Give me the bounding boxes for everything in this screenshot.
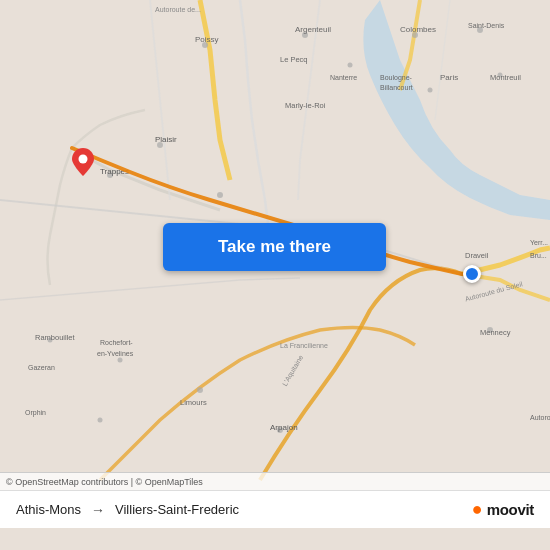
svg-text:Bru...: Bru... [530,252,547,259]
osm-attribution: © OpenStreetMap contributors [6,477,128,487]
svg-text:L'Aquitaine: L'Aquitaine [281,354,305,388]
origin-label: Athis-Mons [16,502,81,517]
omt-attribution: © OpenMapTiles [136,477,203,487]
svg-text:Mennecy: Mennecy [480,328,511,337]
svg-text:Orphin: Orphin [25,409,46,417]
destination-label: Villiers-Saint-Frederic [115,502,239,517]
moovit-logo: ● moovit [472,499,534,520]
svg-text:La Francilienne: La Francilienne [280,342,328,349]
svg-text:Plaisir: Plaisir [155,135,177,144]
svg-text:Nanterre: Nanterre [330,74,357,81]
moovit-brand-name: moovit [487,501,534,518]
svg-text:Arpajon: Arpajon [270,423,298,432]
take-me-there-button[interactable]: Take me there [163,223,386,271]
svg-text:Marly-le-Roi: Marly-le-Roi [285,101,326,110]
svg-text:Gazeran: Gazeran [28,364,55,371]
svg-point-11 [118,358,123,363]
svg-text:en-Yvelines: en-Yvelines [97,350,134,357]
svg-text:Autoroute du Soleil: Autoroute du Soleil [464,280,523,302]
svg-point-9 [217,192,223,198]
svg-text:Saint-Denis: Saint-Denis [468,22,505,29]
svg-text:Poissy: Poissy [195,35,219,44]
svg-text:Rambouillet: Rambouillet [35,333,76,342]
svg-point-6 [348,63,353,68]
svg-text:Limours: Limours [180,398,207,407]
svg-text:Draveil: Draveil [465,251,489,260]
map-container: Poissy Argenteuil Colombes Saint-Denis L… [0,0,550,490]
svg-point-4 [428,88,433,93]
svg-point-15 [98,418,103,423]
bottom-bar: Athis-Mons → Villiers-Saint-Frederic ● m… [0,490,550,528]
svg-text:Boulogne-: Boulogne- [380,74,413,82]
svg-text:Argenteuil: Argenteuil [295,25,331,34]
svg-text:Autoroute...: Autoroute... [530,414,550,421]
svg-point-10 [197,387,203,393]
svg-point-45 [79,155,88,164]
map-attribution: © OpenStreetMap contributors | © OpenMap… [0,472,550,490]
origin-pin [72,148,94,176]
svg-text:Colombes: Colombes [400,25,436,34]
moovit-icon: ● [472,499,483,520]
route-arrow-icon: → [91,502,105,518]
svg-text:Le Pecq: Le Pecq [280,55,308,64]
svg-text:Billancourt: Billancourt [380,84,413,91]
svg-text:Rochefort-: Rochefort- [100,339,133,346]
destination-dot [463,265,481,283]
svg-text:Autoroute de...: Autoroute de... [155,6,201,13]
svg-text:Yerr...: Yerr... [530,239,548,246]
svg-text:Montreuil: Montreuil [490,73,521,82]
svg-text:Paris: Paris [440,73,458,82]
